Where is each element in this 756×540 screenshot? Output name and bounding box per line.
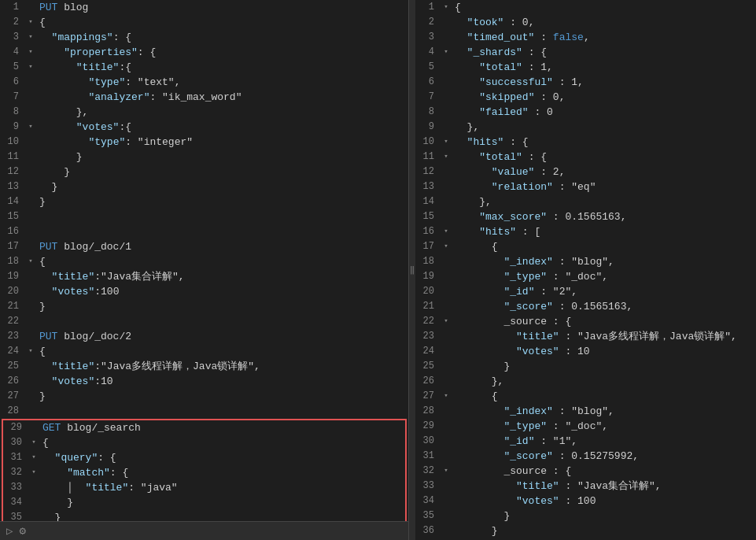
code-line: 19 "title":"Java集合详解", <box>0 269 408 284</box>
line-number: 21 <box>0 299 25 314</box>
line-number: 2 <box>0 15 25 30</box>
fold-arrow[interactable]: ▾ <box>441 239 452 254</box>
code-line: 28 <box>0 404 408 419</box>
line-number: 26 <box>0 374 25 389</box>
code-line: 27▾ { <box>415 389 756 404</box>
code-line: 15 <box>0 209 408 224</box>
line-content: { <box>452 389 756 404</box>
code-line: 30▾{ <box>3 435 405 450</box>
line-number: 30 <box>415 434 441 449</box>
line-content: "title":"Java集合详解", <box>36 269 408 284</box>
get-block-highlight: 29GET blog/_search30▾{31▾ "query": {32▾ … <box>2 419 407 521</box>
line-number: 15 <box>415 209 441 224</box>
fold-arrow[interactable]: ▾ <box>441 314 452 329</box>
fold-arrow[interactable]: ▾ <box>441 45 452 60</box>
left-code-area[interactable]: 1PUT blog2▾{3▾ "mappings": {4▾ "properti… <box>0 0 408 521</box>
line-content: "_shards" : { <box>452 45 756 60</box>
code-line: 22 <box>0 314 408 329</box>
line-content: { <box>36 15 408 30</box>
fold-arrow[interactable]: ▾ <box>441 389 452 404</box>
code-line: 19 "_type" : "_doc", <box>415 269 756 284</box>
line-number: 35 <box>415 509 441 523</box>
code-line: 2▾{ <box>0 15 408 30</box>
line-number: 19 <box>0 269 25 284</box>
fold-arrow[interactable]: ▾ <box>441 0 452 15</box>
fold-arrow[interactable]: ▾ <box>25 45 36 60</box>
code-line: 33 "title" : "Java集合详解", <box>415 479 756 494</box>
line-number: 32 <box>415 464 441 479</box>
code-line: 3▾ "mappings": { <box>0 30 408 45</box>
fold-arrow[interactable]: ▾ <box>441 135 452 150</box>
right-code-area[interactable]: 1▾{2 "took" : 0,3 "timed_out" : false,4▾… <box>415 0 756 540</box>
line-content: _source : { <box>452 464 756 479</box>
fold-arrow[interactable]: ▾ <box>441 150 452 165</box>
line-content: "skipped" : 0, <box>452 90 756 105</box>
code-line: 35 } <box>3 510 405 521</box>
line-content: _source : { <box>452 314 756 329</box>
code-line: 22▾ _source : { <box>415 314 756 329</box>
fold-arrow[interactable]: ▾ <box>25 30 36 45</box>
line-content: "value" : 2, <box>452 165 756 179</box>
code-line: 28 "_index" : "blog", <box>415 404 756 419</box>
line-number: 16 <box>0 224 25 239</box>
line-number: 23 <box>415 329 441 344</box>
pane-divider[interactable]: ‖ <box>409 0 415 540</box>
line-number: 11 <box>0 150 25 165</box>
line-number: 18 <box>415 254 441 269</box>
settings-icon[interactable]: ⚙ <box>19 524 25 538</box>
line-content: } <box>36 179 408 194</box>
fold-arrow[interactable]: ▾ <box>441 224 452 239</box>
line-content: } <box>39 510 405 521</box>
fold-arrow[interactable]: ▾ <box>25 254 36 269</box>
line-content: "votes" : 10 <box>452 344 756 359</box>
fold-arrow[interactable]: ▾ <box>28 435 39 450</box>
line-content: "query": { <box>39 450 405 465</box>
line-number: 6 <box>0 75 25 90</box>
fold-arrow[interactable]: ▾ <box>28 450 39 465</box>
fold-arrow[interactable]: ▾ <box>28 465 39 480</box>
code-line: 29 "_type" : "_doc", <box>415 419 756 434</box>
line-content: "title":{ <box>36 60 408 75</box>
fold-arrow[interactable]: ▾ <box>25 60 36 75</box>
line-number: 4 <box>0 45 25 60</box>
fold-arrow[interactable]: ▾ <box>25 120 36 135</box>
line-number: 7 <box>415 90 441 105</box>
line-number: 28 <box>415 404 441 419</box>
line-number: 23 <box>0 329 25 344</box>
left-pane: 1PUT blog2▾{3▾ "mappings": {4▾ "properti… <box>0 0 409 540</box>
code-line: 8 "failed" : 0 <box>415 105 756 120</box>
code-line: 1▾{ <box>415 0 756 15</box>
line-number: 13 <box>0 179 25 194</box>
line-content: "votes":100 <box>36 284 408 299</box>
code-line: 7 "analyzer": "ik_max_word" <box>0 90 408 105</box>
line-number: 1 <box>0 0 25 15</box>
code-line: 25 "title":"Java多线程详解，Java锁详解", <box>0 359 408 374</box>
line-content: { <box>36 344 408 359</box>
fold-arrow[interactable]: ▾ <box>25 344 36 359</box>
code-line: 31 "_score" : 0.15275992, <box>415 449 756 464</box>
code-line: 27} <box>0 389 408 404</box>
fold-arrow[interactable]: ▾ <box>25 15 36 30</box>
line-number: 27 <box>0 389 25 404</box>
line-content: "type": "integer" <box>36 135 408 150</box>
line-content: "match": { <box>39 465 405 480</box>
line-content: } <box>36 194 408 209</box>
line-number: 29 <box>415 419 441 434</box>
line-number: 19 <box>415 269 441 284</box>
line-number: 24 <box>415 344 441 359</box>
line-content: "total" : { <box>452 150 756 165</box>
fold-arrow[interactable]: ▾ <box>441 464 452 479</box>
line-content: } <box>36 389 408 404</box>
line-content: "max_score" : 0.1565163, <box>452 209 756 224</box>
code-line: 10 "type": "integer" <box>0 135 408 150</box>
code-line: 14} <box>0 194 408 209</box>
code-line: 34 "votes" : 100 <box>415 494 756 509</box>
run-icon[interactable]: ▷ <box>6 524 13 538</box>
code-line: 30 "_id" : "1", <box>415 434 756 449</box>
line-number: 14 <box>415 194 441 209</box>
line-number: 12 <box>0 165 25 179</box>
line-content: { <box>452 0 756 15</box>
code-line: 12 } <box>0 165 408 179</box>
line-number: 5 <box>415 60 441 75</box>
code-line: 18▾{ <box>0 254 408 269</box>
